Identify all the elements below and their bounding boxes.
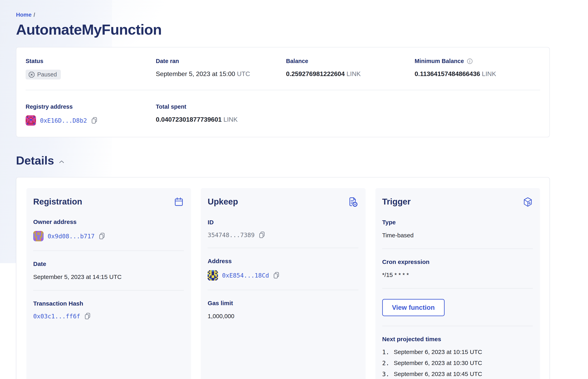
registry-field: Registry address 0xE16D...D8b2 bbox=[26, 103, 156, 126]
min-balance-unit: LINK bbox=[482, 70, 496, 78]
breadcrumb-separator: / bbox=[34, 12, 35, 18]
gas-limit-label: Gas limit bbox=[208, 300, 358, 307]
projected-time-item: 1.September 6, 2023 at 10:15 UTC bbox=[382, 348, 533, 356]
next-projected-times-label: Next projected times bbox=[382, 336, 533, 343]
upkeep-id-value: 354748...7389 bbox=[208, 232, 255, 238]
details-collapse-toggle[interactable] bbox=[59, 160, 64, 164]
registration-title: Registration bbox=[33, 197, 82, 206]
info-icon[interactable] bbox=[467, 58, 473, 64]
status-badge-text: Paused bbox=[37, 71, 57, 78]
upkeep-address-identicon bbox=[208, 270, 218, 281]
owner-identicon bbox=[33, 231, 44, 241]
trigger-card: Trigger Type Time-based Cron expression … bbox=[375, 188, 540, 379]
registry-copy-button[interactable] bbox=[91, 117, 98, 124]
status-field: Status Paused bbox=[26, 58, 156, 79]
total-spent-value: 0.04072301877739601 LINK bbox=[156, 115, 286, 124]
trigger-type-label: Type bbox=[382, 219, 533, 226]
cron-expression-label: Cron expression bbox=[382, 259, 533, 265]
id-copy-button[interactable] bbox=[259, 231, 265, 238]
summary-bottom-row: Registry address 0xE16D...D8b2 Total spe… bbox=[26, 103, 540, 126]
copy-icon bbox=[84, 313, 91, 320]
upkeep-address-label: Address bbox=[208, 258, 358, 265]
total-spent-unit: LINK bbox=[223, 116, 238, 123]
registry-identicon bbox=[26, 115, 36, 126]
upkeep-address-link[interactable]: 0xE854...18Cd bbox=[222, 272, 269, 279]
registration-card: Registration Owner address 0x9d08...b717 bbox=[26, 188, 191, 379]
registry-address-link[interactable]: 0xE16D...D8b2 bbox=[40, 117, 87, 124]
date-ran-unit: UTC bbox=[237, 70, 250, 78]
gas-limit-value: 1,000,000 bbox=[208, 312, 358, 320]
copy-icon bbox=[273, 272, 280, 279]
owner-copy-button[interactable] bbox=[99, 233, 106, 240]
divider bbox=[33, 290, 184, 291]
upkeep-id-label: ID bbox=[208, 219, 358, 226]
registration-date-value: September 5, 2023 at 14:15 UTC bbox=[33, 273, 184, 281]
calendar-icon bbox=[174, 197, 184, 207]
copy-icon bbox=[259, 231, 265, 238]
upkeep-card: Upkeep ID 354748...7389 bbox=[201, 188, 365, 379]
balance-unit: LINK bbox=[347, 70, 361, 78]
balance-label: Balance bbox=[286, 58, 415, 64]
summary-card: Status Paused Date ran September 5, 2023… bbox=[16, 47, 550, 137]
min-balance-label: Minimum Balance bbox=[415, 58, 540, 64]
registration-date-label: Date bbox=[33, 261, 184, 267]
divider bbox=[208, 248, 358, 248]
octagon-x-icon bbox=[28, 71, 35, 78]
divider bbox=[382, 288, 533, 288]
next-projected-times-list: 1.September 6, 2023 at 10:15 UTC2.Septem… bbox=[382, 348, 533, 379]
copy-icon bbox=[91, 117, 98, 124]
document-gear-icon bbox=[348, 197, 358, 207]
date-ran-label: Date ran bbox=[156, 58, 286, 64]
breadcrumb-home-link[interactable]: Home bbox=[16, 12, 31, 18]
min-balance-field: Minimum Balance 0.11364157484866436 LINK bbox=[415, 58, 540, 79]
details-section-header: Details bbox=[16, 154, 550, 167]
status-badge: Paused bbox=[26, 70, 61, 79]
details-heading: Details bbox=[16, 154, 54, 167]
transaction-hash-label: Transaction Hash bbox=[33, 300, 184, 307]
divider bbox=[33, 251, 184, 251]
view-function-button[interactable]: View function bbox=[382, 299, 445, 316]
copy-icon bbox=[99, 233, 106, 240]
summary-divider bbox=[26, 90, 540, 90]
trigger-type-value: Time-based bbox=[382, 231, 533, 239]
owner-address-link[interactable]: 0x9d08...b717 bbox=[48, 233, 95, 240]
min-balance-value: 0.11364157484866436 LINK bbox=[415, 70, 540, 78]
projected-time-item: 2.September 6, 2023 at 10:30 UTC bbox=[382, 360, 533, 367]
balance-field: Balance 0.259276981222604 LINK bbox=[286, 58, 415, 79]
date-ran-field: Date ran September 5, 2023 at 15:00 UTC bbox=[156, 58, 286, 79]
chevron-up-icon bbox=[59, 160, 64, 164]
divider bbox=[382, 249, 533, 249]
cron-expression-value: */15 * * * * bbox=[382, 271, 533, 279]
divider bbox=[208, 290, 358, 290]
registry-label: Registry address bbox=[26, 103, 156, 110]
owner-address-label: Owner address bbox=[33, 219, 184, 225]
trigger-title: Trigger bbox=[382, 197, 411, 206]
details-container: Registration Owner address 0x9d08...b717 bbox=[16, 177, 550, 379]
date-ran-value: September 5, 2023 at 15:00 UTC bbox=[156, 70, 286, 78]
tx-copy-button[interactable] bbox=[84, 313, 91, 320]
upkeep-title: Upkeep bbox=[208, 197, 238, 206]
summary-top-row: Status Paused Date ran September 5, 2023… bbox=[26, 58, 540, 79]
balance-value: 0.259276981222604 LINK bbox=[286, 70, 415, 78]
cube-icon bbox=[523, 197, 533, 207]
transaction-hash-link[interactable]: 0x03c1...ff6f bbox=[33, 313, 80, 320]
page-title: AutomateMyFunction bbox=[16, 21, 550, 38]
divider bbox=[382, 326, 533, 326]
page: Home/ AutomateMyFunction Status Paused bbox=[0, 0, 588, 379]
projected-time-item: 3.September 6, 2023 at 10:45 UTC bbox=[382, 371, 533, 378]
total-spent-field: Total spent 0.04072301877739601 LINK bbox=[156, 103, 286, 126]
breadcrumb: Home/ bbox=[16, 12, 550, 18]
status-label: Status bbox=[26, 58, 156, 64]
total-spent-label: Total spent bbox=[156, 103, 286, 110]
upkeep-address-copy-button[interactable] bbox=[273, 272, 280, 279]
